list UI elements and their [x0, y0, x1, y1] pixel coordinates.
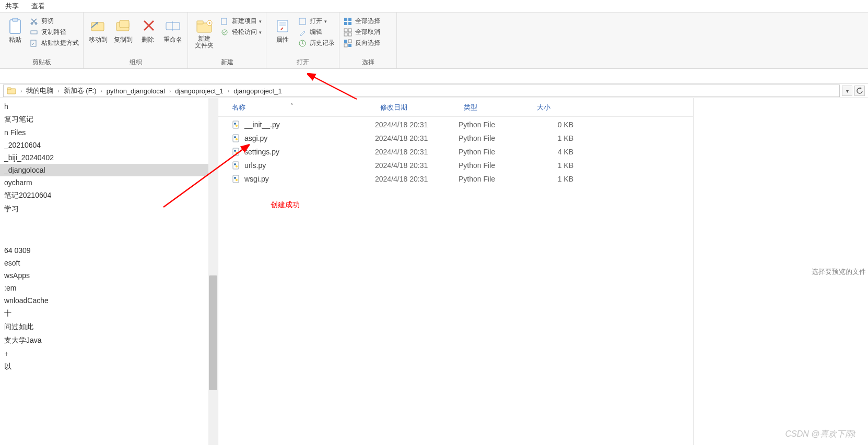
table-row[interactable]: settings.py2024/4/18 20:31Python File4 K… [218, 145, 693, 159]
file-type: Python File [459, 148, 532, 156]
svg-point-47 [234, 177, 236, 179]
svg-rect-30 [344, 44, 347, 47]
svg-rect-0 [10, 20, 20, 33]
sidebar-item[interactable]: _djangolocal [0, 164, 218, 176]
select-group-label: 选择 [344, 57, 392, 67]
move-to-button[interactable]: 移动到 [88, 15, 109, 44]
column-type[interactable]: 类型 [459, 103, 532, 112]
sidebar-item[interactable]: 十 [0, 307, 218, 320]
paste-shortcut-button[interactable]: 粘贴快捷方式 [30, 39, 79, 47]
sidebar-item[interactable]: 问过如此 [0, 320, 218, 334]
sidebar-item[interactable]: 笔记20210604 [0, 189, 218, 202]
file-size: 1 KB [532, 134, 579, 142]
refresh-button[interactable] [854, 86, 865, 96]
select-all-button[interactable]: 全部选择 [344, 17, 380, 26]
move-icon [90, 18, 107, 34]
delete-icon [139, 18, 156, 34]
sidebar-item[interactable]: n Files [0, 126, 218, 139]
clipboard-group-label: 剪贴板 [4, 57, 79, 67]
table-row[interactable]: __init__.py2024/4/18 20:31Python File0 K… [218, 118, 693, 131]
edit-button[interactable]: 编辑 [298, 28, 335, 37]
svg-rect-43 [233, 162, 239, 169]
sidebar-item[interactable]: wnloadCache [0, 294, 218, 307]
ribbon-group-organize: 移动到 复制到 删除 重命名 组织 [84, 13, 188, 68]
file-date: 2024/4/18 20:31 [375, 134, 459, 142]
column-headers: 名称 修改日期 类型 大小 [218, 98, 693, 117]
file-name: __init__.py [244, 121, 280, 129]
paste-button[interactable]: 粘贴 [4, 15, 26, 44]
breadcrumb-item[interactable]: 我的电脑› [26, 86, 59, 95]
invert-selection-button[interactable]: 反向选择 [344, 39, 380, 47]
svg-rect-4 [31, 31, 37, 34]
sidebar-item[interactable]: 以 [0, 360, 218, 374]
sidebar-item[interactable]: oycharm [0, 176, 218, 189]
easy-access-icon [220, 28, 229, 37]
new-group-label: 新建 [192, 57, 262, 67]
column-date[interactable]: 修改日期 [375, 103, 459, 112]
path-icon [30, 28, 38, 37]
sidebar-item[interactable]: 复习笔记 [0, 113, 218, 126]
watermark: CSDN @喜欢下雨t [785, 429, 855, 440]
sidebar-item[interactable]: _biji_20240402 [0, 151, 218, 164]
sidebar-item[interactable]: wsApps [0, 269, 218, 282]
table-row[interactable]: urls.py2024/4/18 20:31Python File1 KB [218, 159, 693, 172]
sidebar-item[interactable]: 支大学Java [0, 334, 218, 347]
properties-button[interactable]: 属性 [271, 15, 294, 44]
ribbon-group-clipboard: 粘贴 剪切 复制路径 粘贴快捷方式 剪贴板 [0, 13, 84, 68]
new-item-button[interactable]: 新建项目 [220, 17, 262, 26]
svg-rect-5 [31, 40, 36, 46]
breadcrumb-item[interactable]: djangoproject_1› [175, 87, 229, 95]
address-row: › 我的电脑› 新加卷 (F:)› python_djangolocal› dj… [0, 83, 868, 98]
open-button[interactable]: 打开 [298, 17, 335, 26]
svg-point-35 [234, 123, 236, 125]
easy-access-button[interactable]: 轻松访问 [220, 28, 262, 37]
svg-rect-31 [348, 44, 351, 47]
breadcrumb-item[interactable]: djangoproject_1 [233, 87, 282, 95]
copy-to-button[interactable]: 复制到 [113, 15, 134, 44]
delete-button[interactable]: 删除 [138, 15, 159, 44]
sidebar-item[interactable]: h [0, 100, 218, 113]
sidebar-item[interactable]: :em [0, 282, 218, 294]
select-all-icon [344, 17, 352, 26]
select-none-button[interactable]: 全部取消 [344, 28, 380, 37]
sidebar-scrollbar[interactable] [208, 98, 218, 445]
ribbon-group-select: 全部选择 全部取消 反向选择 选择 [339, 13, 397, 68]
svg-rect-29 [348, 40, 351, 43]
history-button[interactable]: 历史记录 [298, 39, 335, 47]
copy-path-button[interactable]: 复制路径 [30, 28, 79, 37]
chevron-right-icon[interactable]: › [20, 88, 22, 94]
svg-rect-15 [221, 18, 227, 25]
file-list-pane: 名称 修改日期 类型 大小 __init__.py2024/4/18 20:31… [218, 98, 694, 445]
breadcrumb-item[interactable]: 新加卷 (F:)› [64, 86, 102, 95]
address-dropdown-button[interactable]: ▾ [842, 86, 852, 96]
sidebar-item[interactable]: 学习 [0, 202, 218, 216]
column-name[interactable]: 名称 [218, 103, 375, 112]
svg-point-41 [234, 150, 236, 152]
rename-button[interactable]: 重命名 [162, 15, 183, 44]
svg-rect-24 [344, 29, 347, 32]
new-folder-button[interactable]: ✦ 新建 文件夹 [192, 15, 216, 49]
svg-rect-40 [233, 148, 239, 155]
file-name: wsgi.py [244, 175, 269, 183]
tab-view[interactable]: 查看 [31, 2, 45, 11]
sidebar-item[interactable]: + [0, 347, 218, 360]
history-icon [298, 39, 307, 47]
svg-rect-33 [7, 88, 11, 90]
table-row[interactable]: asgi.py2024/4/18 20:31Python File1 KB [218, 131, 693, 145]
address-bar[interactable]: › 我的电脑› 新加卷 (F:)› python_djangolocal› dj… [3, 85, 840, 97]
sidebar-item[interactable]: esoft [0, 257, 218, 269]
edit-icon [298, 28, 307, 37]
file-name: asgi.py [244, 134, 267, 142]
file-type: Python File [459, 175, 532, 183]
svg-rect-18 [299, 18, 306, 25]
python-file-icon [232, 175, 240, 183]
sidebar-item[interactable]: _20210604 [0, 139, 218, 151]
table-row[interactable]: wsgi.py2024/4/18 20:31Python File1 KB [218, 172, 693, 186]
chevron-down-icon: ▾ [846, 88, 849, 94]
scrollbar-thumb[interactable] [209, 275, 217, 390]
sidebar-item[interactable]: 64 0309 [0, 244, 218, 257]
column-size[interactable]: 大小 [532, 103, 579, 112]
cut-button[interactable]: 剪切 [30, 17, 79, 26]
breadcrumb-item[interactable]: python_djangolocal› [107, 87, 171, 95]
tab-share[interactable]: 共享 [5, 2, 19, 11]
